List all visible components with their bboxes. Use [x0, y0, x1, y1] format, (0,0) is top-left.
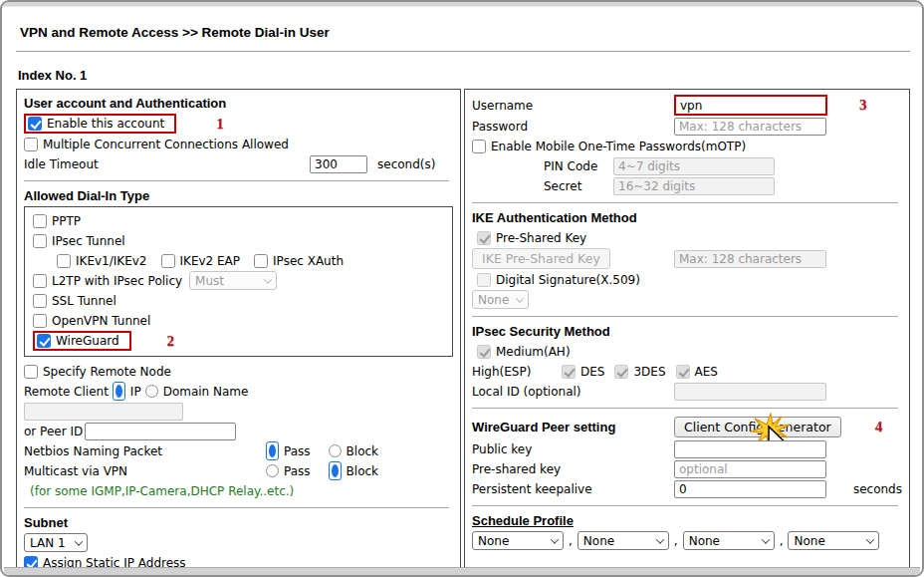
section-title-ike-auth: IKE Authentication Method — [472, 210, 902, 225]
checkbox-checked-icon[interactable] — [28, 117, 42, 131]
checkbox-icon[interactable] — [33, 214, 47, 228]
radio-selected-icon[interactable] — [113, 382, 125, 401]
l2tp-checkbox[interactable]: L2TP with IPsec Policy — [33, 274, 182, 288]
ikev2-eap-checkbox[interactable]: IKEv2 EAP — [161, 254, 241, 268]
remote-client-ip-input — [24, 403, 183, 421]
l2tp-policy-select: Must — [189, 271, 277, 290]
ipsec-xauth-label: IPsec XAuth — [273, 254, 344, 268]
client-config-generator-button[interactable]: Client Config Generator — [674, 417, 841, 437]
peer-id-input[interactable] — [85, 423, 236, 440]
schedule-select-1-value: None — [478, 534, 509, 548]
section-divider — [24, 180, 449, 181]
checkbox-disabled-checked-icon — [614, 365, 628, 379]
netbios-block-radio[interactable]: Block — [329, 444, 378, 458]
ssl-tunnel-checkbox[interactable]: SSL Tunnel — [33, 294, 116, 308]
l2tp-policy-value: Must — [195, 274, 224, 288]
checkbox-disabled-checked-icon — [477, 345, 491, 359]
peer-id-label: or Peer ID — [24, 425, 83, 438]
annotation-box-1: Enable this account — [24, 114, 176, 134]
remote-client-label: Remote Client — [24, 385, 109, 399]
digital-signature-label: Digital Signature(X.509) — [496, 273, 640, 287]
checkbox-icon[interactable] — [161, 254, 175, 268]
multicast-block-label: Block — [346, 464, 378, 478]
multiple-connections-label: Multiple Concurrent Connections Allowed — [43, 138, 289, 151]
des-checkbox: DES — [562, 365, 604, 379]
annotation-number-3: 3 — [859, 97, 867, 114]
high-esp-label: High(ESP) — [472, 365, 562, 379]
checkbox-icon[interactable] — [33, 314, 47, 328]
checkbox-icon[interactable] — [33, 294, 47, 308]
motp-checkbox[interactable]: Enable Mobile One-Time Passwords(mOTP) — [472, 140, 746, 153]
password-label: Password — [472, 120, 674, 134]
section-title-schedule: Schedule Profile — [472, 513, 902, 528]
remote-client-ip-radio[interactable]: IP — [113, 382, 141, 401]
multicast-pass-radio[interactable]: Pass — [266, 464, 311, 478]
ssl-tunnel-label: SSL Tunnel — [52, 294, 116, 308]
checkbox-icon[interactable] — [33, 274, 47, 288]
checkbox-icon[interactable] — [254, 254, 268, 268]
section-title-user-account: User account and Authentication — [24, 96, 453, 111]
wireguard-checkbox[interactable]: WireGuard — [37, 334, 119, 348]
keepalive-unit: seconds — [853, 482, 902, 496]
radio-icon[interactable] — [329, 444, 342, 457]
subnet-select[interactable]: LAN 1 — [24, 533, 88, 552]
radio-icon[interactable] — [266, 464, 279, 477]
section-divider — [472, 316, 898, 317]
multiple-connections-checkbox[interactable]: Multiple Concurrent Connections Allowed — [24, 138, 289, 151]
remote-client-domain-radio[interactable]: Domain Name — [145, 385, 249, 399]
checkbox-disabled-checked-icon — [676, 365, 690, 379]
digital-signature-value: None — [478, 293, 509, 307]
schedule-select-2[interactable]: None — [578, 531, 669, 550]
username-input[interactable] — [676, 97, 825, 114]
local-id-label: Local ID (optional) — [472, 385, 674, 399]
annotation-box-2: WireGuard — [33, 331, 131, 351]
ipsec-tunnel-checkbox[interactable]: IPsec Tunnel — [33, 234, 125, 248]
breadcrumb: VPN and Remote Access >> Remote Dial-in … — [20, 25, 910, 40]
pre-shared-key-label: Pre-Shared Key — [496, 231, 586, 245]
ikev1-ikev2-checkbox[interactable]: IKEv1/IKEv2 — [57, 254, 147, 268]
keepalive-label: Persistent keepalive — [472, 482, 674, 496]
radio-icon[interactable] — [145, 385, 158, 398]
keepalive-input[interactable] — [674, 480, 826, 498]
schedule-separator: , — [569, 534, 573, 548]
pptp-checkbox[interactable]: PPTP — [33, 214, 81, 228]
digital-signature-select: None — [472, 290, 529, 309]
netbios-pass-radio[interactable]: Pass — [266, 441, 311, 460]
radio-selected-icon[interactable] — [329, 461, 342, 480]
multicast-note: (for some IGMP,IP-Camera,DHCP Relay..etc… — [24, 481, 453, 500]
public-key-input[interactable] — [674, 440, 826, 458]
multicast-block-radio[interactable]: Block — [329, 461, 378, 480]
secret-label: Secret — [544, 179, 613, 193]
checkbox-disabled-checked-icon — [477, 231, 491, 245]
enable-account-checkbox[interactable]: Enable this account — [28, 117, 164, 131]
right-panel: Username 3 Password Enable Mobile One-Ti… — [464, 89, 910, 577]
preshared-key-input[interactable] — [674, 460, 826, 478]
checkbox-icon[interactable] — [24, 365, 38, 379]
ipsec-tunnel-label: IPsec Tunnel — [52, 234, 125, 248]
schedule-select-4-value: None — [794, 534, 824, 548]
schedule-select-3-value: None — [689, 534, 720, 548]
medium-ah-checkbox: Medium(AH) — [477, 345, 571, 359]
schedule-select-4[interactable]: None — [788, 531, 879, 550]
specify-remote-node-checkbox[interactable]: Specify Remote Node — [24, 365, 171, 379]
checkbox-icon[interactable] — [472, 140, 486, 153]
radio-selected-icon[interactable] — [266, 441, 279, 460]
remote-client-domain-label: Domain Name — [163, 385, 249, 399]
schedule-select-3[interactable]: None — [683, 531, 775, 550]
annotation-box-3 — [674, 95, 827, 116]
checkbox-icon[interactable] — [24, 138, 38, 151]
subnet-select-value: LAN 1 — [30, 536, 66, 550]
section-divider — [472, 408, 898, 409]
checkbox-icon[interactable] — [33, 234, 47, 248]
idle-timeout-label: Idle Timeout — [24, 157, 310, 171]
ipsec-xauth-checkbox[interactable]: IPsec XAuth — [254, 254, 344, 268]
schedule-select-1[interactable]: None — [472, 531, 564, 550]
section-title-dialin-type: Allowed Dial-In Type — [24, 188, 453, 203]
openvpn-tunnel-checkbox[interactable]: OpenVPN Tunnel — [33, 314, 150, 328]
ike-pre-shared-key-button: IKE Pre-Shared Key — [472, 248, 610, 269]
idle-timeout-input[interactable] — [310, 155, 367, 173]
checkbox-checked-icon[interactable] — [37, 334, 51, 348]
checkbox-icon[interactable] — [57, 254, 71, 268]
chevron-down-icon — [264, 275, 272, 283]
password-input[interactable] — [674, 118, 826, 136]
